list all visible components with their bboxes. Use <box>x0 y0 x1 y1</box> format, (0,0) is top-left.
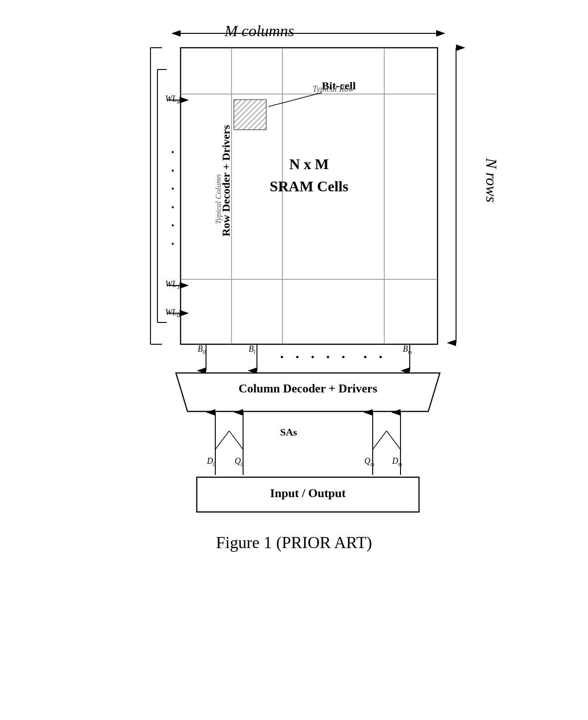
d0-label: D0 <box>207 456 216 467</box>
figure-caption: Figure 1 (PRIOR ART) <box>216 533 372 552</box>
qm-label: Qm <box>364 456 374 467</box>
wl-1-label: WL1 <box>165 279 180 291</box>
row-decoder-label: Row Decoder + Drivers <box>220 32 232 329</box>
dot6: • <box>171 235 174 254</box>
dm-label: Dm <box>392 456 402 467</box>
wl-n-label: WLn <box>165 94 180 105</box>
m-columns-label: M columns <box>225 22 294 40</box>
io-label: Input / Output <box>197 486 419 500</box>
n-rows-label: N rows <box>482 158 500 202</box>
q0-label: Q0 <box>235 456 244 467</box>
svg-rect-13 <box>234 100 266 130</box>
svg-line-34 <box>229 431 243 449</box>
svg-line-33 <box>215 431 229 449</box>
dot2: • <box>171 162 174 181</box>
typical-row-label: Typical Row <box>313 84 354 94</box>
bm-label: Bm <box>403 344 412 355</box>
b0-label: B0 <box>198 344 206 355</box>
col-decoder-label: Column Decoder + Drivers <box>176 382 440 396</box>
dot5: • <box>171 217 174 235</box>
svg-line-36 <box>387 431 400 449</box>
dot3: • <box>171 180 174 199</box>
bitline-dots-right: • • <box>363 351 387 363</box>
bitline-dots-left: • • • • • <box>280 351 350 363</box>
b1-label: Bl <box>249 344 255 355</box>
sa-label: SAs <box>280 426 297 438</box>
wl-0-label: WL0 <box>165 308 180 319</box>
sram-cells-label: N x M SRAM Cells <box>181 153 438 197</box>
svg-line-15 <box>269 93 322 107</box>
svg-line-35 <box>373 431 387 449</box>
dot1: • <box>171 144 174 162</box>
dot4: • <box>171 199 174 217</box>
